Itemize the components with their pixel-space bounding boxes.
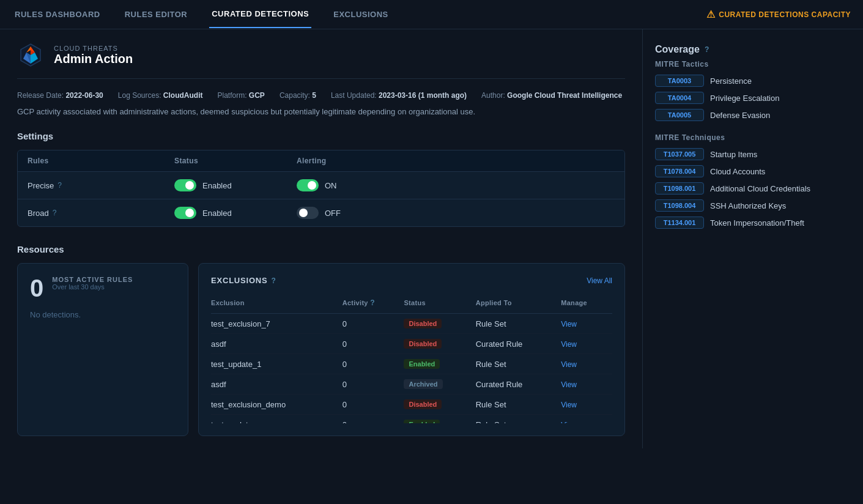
col-exclusion: Exclusion <box>211 295 343 314</box>
mitre-technique-item: T1098.001Additional Cloud Credentials <box>655 182 838 195</box>
excl-name: test_exclusion_7 <box>211 314 343 334</box>
mitre-technique-label: Startup Items <box>710 150 757 159</box>
view-link[interactable]: View <box>561 421 577 424</box>
nav-rules-dashboard[interactable]: RULES DASHBOARD <box>12 1 103 28</box>
mitre-tactic-label: Defense Evasion <box>710 111 770 120</box>
exclusions-title: EXCLUSIONS ? <box>211 276 276 285</box>
capacity-label: CURATED DETECTIONS CAPACITY <box>719 10 851 19</box>
view-link[interactable]: View <box>561 380 577 389</box>
meta-row: Release Date: 2022-06-30 Log Sources: Cl… <box>17 91 625 100</box>
col-manage: Manage <box>561 295 612 314</box>
mitre-tactic-item: TA0003Persistence <box>655 75 838 87</box>
excl-manage: View <box>561 374 612 395</box>
coverage-title: Coverage ? <box>655 44 838 55</box>
excl-status: Enabled <box>404 354 475 374</box>
excl-activity: 0 <box>343 415 404 424</box>
precise-help-icon[interactable]: ? <box>57 181 62 190</box>
nav-curated-detections[interactable]: CURATED DETECTIONS <box>209 1 311 28</box>
excl-applied-to: Rule Set <box>476 314 561 334</box>
mitre-technique-badge[interactable]: T1098.001 <box>655 182 704 195</box>
mitre-technique-label: Additional Cloud Credentials <box>710 184 810 193</box>
settings-row-broad: Broad ? Enabled OFF <box>18 199 624 226</box>
mitre-tactic-label: Privilege Escalation <box>710 94 779 103</box>
precise-alerting-cell: ON <box>297 179 419 191</box>
col-alerting: Alerting <box>297 157 419 165</box>
mitre-technique-badge[interactable]: T1037.005 <box>655 148 704 160</box>
page-header: CLOUD THREATS Admin Action <box>17 42 625 79</box>
col-status: Status <box>404 295 475 314</box>
most-active-label: MOST ACTIVE RULES <box>52 276 133 283</box>
view-all-link[interactable]: View All <box>587 276 612 285</box>
mitre-tactic-badge[interactable]: TA0005 <box>655 109 704 121</box>
table-row: asdf 0 Disabled Curated Rule View <box>211 334 612 354</box>
mitre-tactics-title: MITRE Tactics <box>655 60 838 69</box>
mitre-technique-badge[interactable]: T1098.004 <box>655 199 704 212</box>
mitre-technique-badge[interactable]: T1078.004 <box>655 165 704 177</box>
excl-manage: View <box>561 354 612 374</box>
broad-alerting-toggle[interactable] <box>297 207 319 219</box>
col-status: Status <box>174 157 297 165</box>
excl-name: asdf <box>211 374 343 395</box>
settings-title: Settings <box>17 131 625 141</box>
excl-name: test_update <box>211 415 343 424</box>
excl-activity: 0 <box>343 354 404 374</box>
mitre-tactic-item: TA0005Defense Evasion <box>655 109 838 121</box>
resources-title: Resources <box>17 244 625 254</box>
excl-applied-to: Curated Rule <box>476 334 561 354</box>
precise-status-toggle[interactable] <box>174 179 196 191</box>
mitre-tactic-badge[interactable]: TA0003 <box>655 75 704 87</box>
excl-manage: View <box>561 395 612 415</box>
excl-activity: 0 <box>343 395 404 415</box>
precise-alerting-toggle[interactable] <box>297 179 319 191</box>
coverage-help-icon[interactable]: ? <box>705 45 709 54</box>
exclusions-scroll[interactable]: Exclusion Activity ? Status Applied To M… <box>211 295 612 423</box>
excl-name: asdf <box>211 334 343 354</box>
mitre-technique-item: T1078.004Cloud Accounts <box>655 165 838 177</box>
mitre-technique-label: Cloud Accounts <box>710 167 765 176</box>
excl-activity: 0 <box>343 314 404 334</box>
precise-alerting-label: ON <box>325 181 337 190</box>
view-link[interactable]: View <box>561 401 577 409</box>
meta-platform: Platform: GCP <box>218 91 265 100</box>
col-applied-to: Applied To <box>476 295 561 314</box>
app-logo <box>17 42 44 69</box>
excl-applied-to: Rule Set <box>476 354 561 374</box>
excl-status: Disabled <box>404 334 475 354</box>
mitre-tactics-list: TA0003PersistenceTA0004Privilege Escalat… <box>655 75 838 121</box>
excl-applied-to: Rule Set <box>476 415 561 424</box>
broad-help-icon[interactable]: ? <box>53 209 57 217</box>
rule-precise-label: Precise ? <box>28 181 174 190</box>
nav-rules-editor[interactable]: RULES EDITOR <box>122 1 190 28</box>
table-row: test_update 0 Enabled Rule Set View <box>211 415 612 424</box>
col-activity: Activity ? <box>343 295 404 314</box>
table-row: test_exclusion_7 0 Disabled Rule Set Vie… <box>211 314 612 334</box>
excl-applied-to: Curated Rule <box>476 374 561 395</box>
meta-release-date: Release Date: 2022-06-30 <box>17 91 103 100</box>
settings-header: Rules Status Alerting <box>18 150 624 171</box>
meta-log-sources: Log Sources: CloudAudit <box>118 91 203 100</box>
content-area: CLOUD THREATS Admin Action Release Date:… <box>0 29 642 448</box>
view-link[interactable]: View <box>561 320 577 328</box>
most-active-header: 0 MOST ACTIVE RULES Over last 30 days <box>30 276 176 300</box>
exclusions-thead: Exclusion Activity ? Status Applied To M… <box>211 295 612 314</box>
table-row: test_update_1 0 Enabled Rule Set View <box>211 354 612 374</box>
mitre-tactic-label: Persistence <box>710 76 752 86</box>
excl-manage: View <box>561 314 612 334</box>
nav-exclusions[interactable]: EXCLUSIONS <box>331 1 391 28</box>
exclusions-help-icon[interactable]: ? <box>272 276 276 285</box>
rule-description: GCP activity associated with administrat… <box>17 107 625 116</box>
view-link[interactable]: View <box>561 360 577 369</box>
page-category: CLOUD THREATS <box>54 45 133 52</box>
excl-name: test_exclusion_demo <box>211 395 343 415</box>
broad-status-toggle[interactable] <box>174 207 196 219</box>
view-link[interactable]: View <box>561 340 577 349</box>
main-layout: CLOUD THREATS Admin Action Release Date:… <box>0 29 863 448</box>
activity-help-icon[interactable]: ? <box>370 298 375 307</box>
broad-status-cell: Enabled <box>174 207 297 219</box>
excl-applied-to: Rule Set <box>476 395 561 415</box>
mitre-technique-badge[interactable]: T1134.001 <box>655 217 704 229</box>
meta-last-updated: Last Updated: 2023-03-16 (1 month ago) <box>331 91 467 100</box>
warning-icon: ⚠ <box>706 9 716 20</box>
capacity-warning[interactable]: ⚠ CURATED DETECTIONS CAPACITY <box>706 9 851 20</box>
mitre-tactic-badge[interactable]: TA0004 <box>655 92 704 104</box>
